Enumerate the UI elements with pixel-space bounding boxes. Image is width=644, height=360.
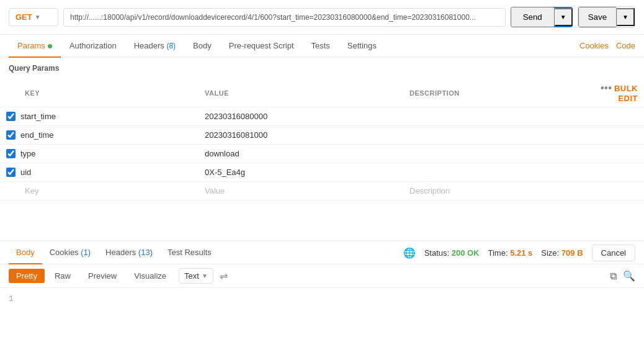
row-value-3: 0X-5_Ea4g: [199, 163, 403, 182]
row-value-1: 20230316081000: [199, 126, 403, 145]
format-bar-right: ⧉ 🔍: [610, 270, 635, 282]
row-actions-1: [594, 126, 644, 145]
response-section: Body Cookies (1) Headers (13) Test Resul…: [0, 240, 644, 360]
response-tab-cookies-label: Cookies (1): [50, 248, 91, 257]
table-row: end_time 20230316081000: [0, 126, 644, 145]
response-tab-body-label: Body: [16, 248, 35, 257]
save-button-group: Save ▼: [578, 6, 635, 28]
time-label: Time: 5.21 s: [488, 248, 533, 258]
method-select[interactable]: GET ▼: [9, 8, 58, 26]
tab-params-label: Params: [17, 41, 45, 50]
row-key-0: start_time: [20, 112, 56, 121]
row-key-3: uid: [20, 168, 31, 177]
cookies-link[interactable]: Cookies: [579, 41, 609, 50]
format-pretty-label: Pretty: [16, 271, 37, 281]
row-checkbox-0[interactable]: [6, 112, 16, 121]
response-tab-test-results-label: Test Results: [168, 248, 212, 257]
table-row: uid 0X-5_Ea4g: [0, 163, 644, 182]
format-pretty[interactable]: Pretty: [9, 269, 45, 283]
tab-params[interactable]: Params: [9, 35, 61, 58]
row-actions-2: [594, 145, 644, 163]
response-tab-headers-label: Headers (13): [105, 248, 153, 257]
response-tab-cookies[interactable]: Cookies (1): [42, 241, 98, 264]
tab-prerequest-label: Pre-request Script: [229, 41, 294, 50]
tab-body[interactable]: Body: [184, 35, 220, 58]
col-value-header: VALUE: [199, 79, 403, 107]
placeholder-row: Key Value Description: [0, 182, 644, 200]
placeholder-key[interactable]: Key: [25, 186, 38, 196]
format-raw-label: Raw: [55, 271, 71, 281]
row-value-0: 20230316080000: [199, 107, 403, 126]
tab-tests[interactable]: Tests: [303, 35, 339, 58]
headers-badge: (8): [166, 42, 176, 50]
code-link[interactable]: Code: [616, 41, 635, 50]
send-button[interactable]: Send: [511, 7, 555, 27]
request-bar: GET ▼ http://......:18000/api/v1/record/…: [0, 0, 644, 35]
url-input[interactable]: http://......:18000/api/v1/record/downlo…: [63, 8, 506, 27]
globe-icon: 🌐: [403, 247, 416, 259]
row-actions-3: [594, 163, 644, 182]
send-dropdown-button[interactable]: ▼: [555, 8, 573, 26]
row-checkbox-2[interactable]: [6, 149, 16, 158]
format-type-chevron-icon: ▼: [202, 272, 208, 279]
search-icon[interactable]: 🔍: [623, 270, 635, 282]
row-value-2: download: [199, 145, 403, 163]
tab-authorization-label: Authorization: [69, 41, 117, 50]
row-checkbox-3[interactable]: [6, 168, 16, 177]
row-desc-1: [403, 126, 594, 145]
placeholder-description[interactable]: Description: [409, 186, 450, 196]
col-actions-header: ••• Bulk Edit: [594, 79, 644, 107]
col-key-header: KEY: [0, 79, 199, 107]
tab-settings[interactable]: Settings: [339, 35, 385, 58]
status-value: 200 OK: [452, 248, 480, 258]
row-desc-3: [403, 163, 594, 182]
method-chevron-icon: ▼: [35, 14, 41, 20]
tab-authorization[interactable]: Authorization: [61, 35, 125, 58]
row-actions-0: [594, 107, 644, 126]
placeholder-value[interactable]: Value: [205, 186, 225, 196]
response-body: 1: [0, 288, 644, 338]
row-checkbox-1[interactable]: [6, 130, 16, 140]
format-raw[interactable]: Raw: [47, 269, 78, 283]
response-tab-test-results[interactable]: Test Results: [160, 241, 219, 264]
format-preview[interactable]: Preview: [81, 269, 124, 283]
row-key-2: type: [20, 149, 36, 158]
tab-headers-label: Headers (8): [134, 41, 176, 50]
row-key-1: end_time: [20, 130, 53, 140]
format-type-select[interactable]: Text ▼: [179, 268, 213, 284]
table-row: type download: [0, 145, 644, 163]
status-label: Status: 200 OK: [424, 248, 480, 258]
response-tab-headers[interactable]: Headers (13): [98, 241, 160, 264]
tab-prerequest[interactable]: Pre-request Script: [220, 35, 303, 58]
line-number-1: 1: [9, 294, 14, 304]
request-tabs-right: Cookies Code: [579, 41, 635, 50]
tab-headers[interactable]: Headers (8): [125, 35, 184, 58]
request-tabs: Params Authorization Headers (8) Body Pr…: [0, 35, 644, 58]
method-label: GET: [16, 12, 32, 22]
format-type-label: Text: [184, 271, 199, 281]
format-visualize-label: Visualize: [134, 271, 166, 281]
cancel-button[interactable]: Cancel: [592, 245, 635, 261]
size-value: 709 B: [561, 248, 583, 258]
wrap-icon[interactable]: ⇌: [220, 270, 228, 282]
format-preview-label: Preview: [88, 271, 117, 281]
copy-icon[interactable]: ⧉: [610, 271, 617, 282]
time-value: 5.21 s: [510, 248, 532, 258]
response-tabs: Body Cookies (1) Headers (13) Test Resul…: [0, 241, 644, 264]
query-params-title: Query Params: [0, 58, 644, 79]
size-label: Size: 709 B: [541, 248, 583, 258]
row-desc-0: [403, 107, 594, 126]
params-table: KEY VALUE DESCRIPTION ••• Bulk Edit star…: [0, 79, 644, 200]
table-row: start_time 20230316080000: [0, 107, 644, 126]
format-visualize[interactable]: Visualize: [127, 269, 174, 283]
save-button[interactable]: Save: [578, 7, 617, 27]
row-desc-2: [403, 145, 594, 163]
save-dropdown-button[interactable]: ▼: [617, 8, 635, 26]
more-options-icon[interactable]: •••: [601, 83, 612, 93]
tab-settings-label: Settings: [347, 41, 377, 50]
bulk-edit-button[interactable]: Bulk Edit: [614, 84, 638, 103]
tab-tests-label: Tests: [311, 41, 330, 50]
params-dot: [48, 44, 52, 48]
response-tab-body[interactable]: Body: [9, 241, 42, 264]
col-desc-header: DESCRIPTION: [403, 79, 594, 107]
